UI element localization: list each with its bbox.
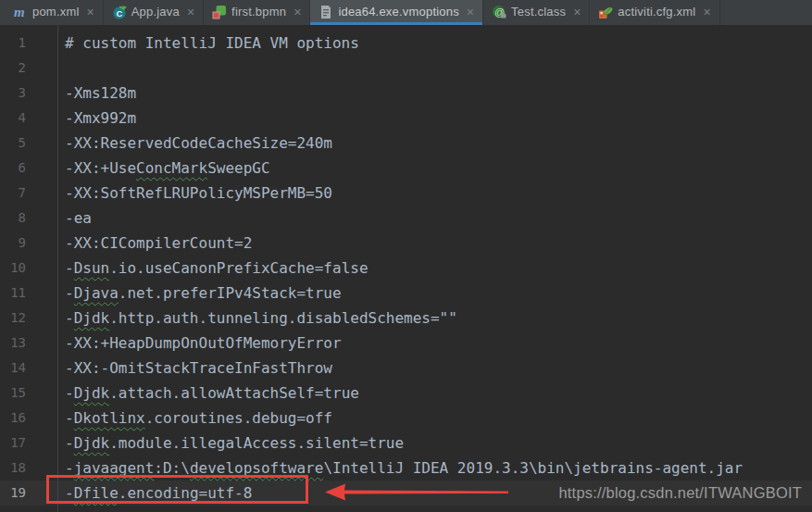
code-line-18[interactable]: 18-javaagent:D:\developsoftware\IntelliJ… — [0, 456, 812, 481]
java-class-icon: C — [112, 5, 127, 19]
line-number: 4 — [0, 106, 57, 131]
tab-label: App.java — [131, 5, 180, 19]
code-text: -XX:+HeapDumpOnOutOfMemoryError — [57, 331, 342, 356]
code-text: -javaagent:D:\developsoftware\IntelliJ I… — [57, 456, 743, 481]
line-number: 14 — [0, 356, 57, 381]
file-icon — [319, 5, 333, 19]
code-text: -Djdk.http.auth.tunneling.disabledScheme… — [57, 306, 457, 331]
code-line-10[interactable]: 10-Dsun.io.useCanonPrefixCache=false — [0, 256, 812, 281]
maven-icon: m — [13, 5, 28, 19]
code-lines: 1# custom IntelliJ IDEA VM options23-Xms… — [0, 31, 812, 506]
spring-config-icon — [598, 5, 613, 19]
code-line-17[interactable]: 17-Djdk.module.illegalAccess.silent=true — [0, 431, 812, 456]
code-text: -Dkotlinx.coroutines.debug=off — [57, 406, 332, 431]
editor-tab-bar: mpom.xml×CApp.java×first.bpmn×idea64.exe… — [0, 0, 812, 25]
code-line-14[interactable]: 14-XX:-OmitStackTraceInFastThrow — [0, 356, 812, 381]
code-text: -Dsun.io.useCanonPrefixCache=false — [57, 256, 369, 281]
code-line-3[interactable]: 3-Xms128m — [0, 81, 812, 106]
code-text: -XX:-OmitStackTraceInFastThrow — [57, 356, 332, 381]
line-number: 1 — [0, 31, 57, 56]
code-text: -Djdk.module.illegalAccess.silent=true — [57, 431, 404, 456]
line-number: 13 — [0, 331, 57, 356]
code-text: -Djdk.attach.allowAttachSelf=true — [57, 381, 359, 406]
line-number: 7 — [0, 181, 57, 206]
close-icon[interactable]: × — [703, 6, 710, 19]
code-editor[interactable]: 1# custom IntelliJ IDEA VM options23-Xms… — [0, 25, 812, 512]
line-number: 17 — [0, 431, 57, 456]
close-icon[interactable]: × — [294, 6, 301, 19]
spellcheck-squiggle: Djdk — [74, 309, 110, 327]
line-number: 3 — [0, 81, 57, 106]
code-line-5[interactable]: 5-XX:ReservedCodeCacheSize=240m — [0, 131, 812, 156]
code-text: -XX:CICompilerCount=2 — [57, 231, 252, 256]
line-number: 15 — [0, 381, 57, 406]
code-text: -Xms128m — [57, 81, 136, 106]
bpmn-icon — [212, 5, 227, 19]
line-number: 19 — [0, 481, 57, 506]
ide-window: mpom.xml×CApp.java×first.bpmn×idea64.exe… — [0, 0, 812, 512]
tab-label: pom.xml — [32, 5, 80, 19]
line-number: 6 — [0, 156, 57, 181]
spellcheck-squiggle: Djava — [74, 284, 119, 302]
line-number: 5 — [0, 131, 57, 156]
code-line-15[interactable]: 15-Djdk.attach.allowAttachSelf=true — [0, 381, 812, 406]
line-number: 11 — [0, 281, 57, 306]
line-number: 9 — [0, 231, 57, 256]
close-icon[interactable]: × — [467, 6, 474, 19]
close-icon[interactable]: × — [187, 6, 194, 19]
spellcheck-squiggle: developsoftware — [190, 459, 324, 477]
code-text: -Djava.net.preferIPv4Stack=true — [57, 281, 342, 306]
code-text: -XX:SoftRefLRUPolicyMSPerMB=50 — [57, 181, 332, 206]
tab-App.java[interactable]: CApp.java× — [104, 0, 204, 25]
tab-label: activiti.cfg.xml — [618, 5, 695, 19]
line-number: 12 — [0, 306, 57, 331]
code-line-13[interactable]: 13-XX:+HeapDumpOnOutOfMemoryError — [0, 331, 812, 356]
close-icon[interactable]: × — [87, 6, 94, 19]
class-icon: @ — [492, 5, 506, 19]
spellcheck-squiggle: Dkotlinx — [74, 409, 145, 427]
spellcheck-squiggle: Dsun — [74, 259, 110, 277]
code-line-7[interactable]: 7-XX:SoftRefLRUPolicyMSPerMB=50 — [0, 181, 812, 206]
tab-idea64.exe.vmoptions[interactable]: idea64.exe.vmoptions× — [310, 0, 483, 25]
line-number: 2 — [0, 56, 57, 81]
code-line-4[interactable]: 4-Xmx992m — [0, 106, 812, 131]
spellcheck-squiggle: javaagent — [74, 459, 155, 477]
code-text: -Dfile.encoding=utf-8 — [57, 481, 252, 506]
code-line-12[interactable]: 12-Djdk.http.auth.tunneling.disabledSche… — [0, 306, 812, 331]
tab-label: first.bpmn — [231, 5, 286, 19]
spellcheck-squiggle: Djdk — [74, 384, 110, 402]
line-number: 10 — [0, 256, 57, 281]
code-line-6[interactable]: 6-XX:+UseConcMarkSweepGC — [0, 156, 812, 181]
spellcheck-squiggle: Dfile — [74, 484, 119, 502]
svg-text:C: C — [116, 8, 122, 19]
code-text: -XX:ReservedCodeCacheSize=240m — [57, 131, 332, 156]
tab-first.bpmn[interactable]: first.bpmn× — [204, 0, 310, 25]
tab-label: idea64.exe.vmoptions — [338, 5, 458, 19]
close-icon[interactable]: × — [573, 6, 581, 19]
code-text: -ea — [57, 206, 92, 231]
spellcheck-squiggle: Djdk — [74, 434, 110, 452]
spellcheck-squiggle: ConcMark — [136, 159, 207, 177]
code-text — [57, 56, 65, 81]
code-line-8[interactable]: 8-ea — [0, 206, 812, 231]
code-text: -Xmx992m — [57, 106, 136, 131]
tab-Test.class[interactable]: @Test.class× — [483, 0, 590, 25]
code-line-16[interactable]: 16-Dkotlinx.coroutines.debug=off — [0, 406, 812, 431]
code-line-2[interactable]: 2 — [0, 56, 812, 81]
code-line-1[interactable]: 1# custom IntelliJ IDEA VM options — [0, 31, 812, 56]
code-line-9[interactable]: 9-XX:CICompilerCount=2 — [0, 231, 812, 256]
line-number: 8 — [0, 206, 57, 231]
watermark-url: https://blog.csdn.net/ITWANGBOIT — [558, 484, 802, 502]
tab-label: Test.class — [511, 5, 566, 19]
tab-pom.xml[interactable]: mpom.xml× — [5, 0, 104, 25]
code-text: # custom IntelliJ IDEA VM options — [57, 31, 359, 56]
code-text: -XX:+UseConcMarkSweepGC — [57, 156, 270, 181]
code-line-11[interactable]: 11-Djava.net.preferIPv4Stack=true — [0, 281, 812, 306]
line-number: 16 — [0, 406, 57, 431]
gutter-separator — [57, 25, 58, 512]
svg-text:m: m — [14, 5, 25, 19]
tab-activiti.cfg.xml[interactable]: activiti.cfg.xml× — [590, 0, 719, 25]
line-number: 18 — [0, 456, 57, 481]
